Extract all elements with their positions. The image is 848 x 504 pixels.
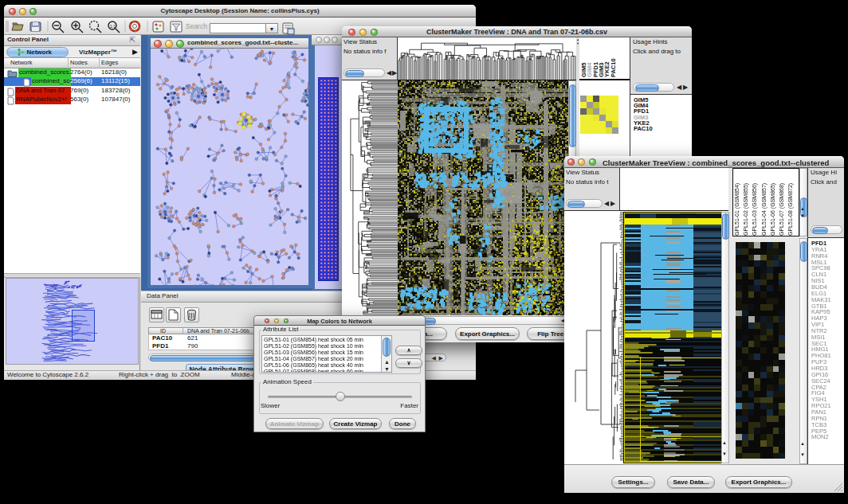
svg-text:Search:: Search:: [186, 22, 209, 30]
svg-text:1:1: 1:1: [110, 24, 116, 29]
